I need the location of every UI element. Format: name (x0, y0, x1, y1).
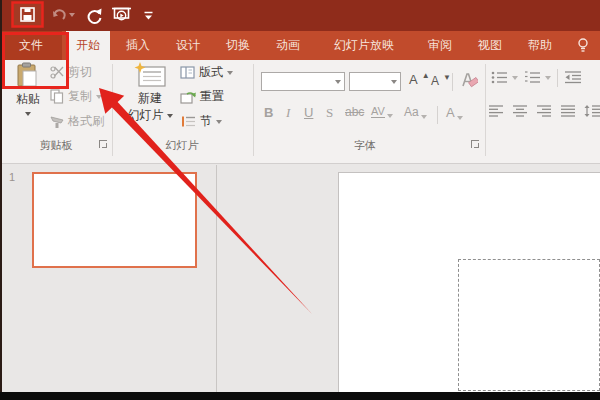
copy-label: 复制 (68, 88, 92, 105)
lightbulb-icon (577, 38, 589, 53)
customize-qat-icon (144, 11, 153, 21)
bold-button[interactable]: B (264, 105, 273, 120)
justify-icon (560, 104, 576, 118)
start-slideshow-icon (111, 7, 132, 25)
numbering-icon (524, 70, 541, 85)
tab-view[interactable]: 视图 (468, 31, 512, 60)
reset-button[interactable]: 重置 (180, 88, 224, 105)
underline-button[interactable]: U (304, 105, 313, 120)
tab-review[interactable]: 审阅 (418, 31, 462, 60)
grow-font-label: A (409, 72, 418, 87)
justify-button[interactable] (560, 104, 576, 118)
reset-icon (180, 90, 196, 104)
align-left-icon (488, 104, 504, 118)
tab-animations[interactable]: 动画 (266, 31, 310, 60)
bullets-caret-icon (512, 76, 518, 80)
customize-qat-button[interactable] (141, 8, 155, 24)
copy-dropdown-caret-icon (96, 95, 102, 99)
reset-label: 重置 (200, 88, 224, 105)
save-button[interactable] (12, 2, 43, 27)
align-center-icon (512, 104, 528, 118)
panel-divider[interactable] (216, 165, 217, 392)
new-slide-label-line2: 幻灯片 (128, 107, 164, 124)
layout-label: 版式 (199, 64, 223, 81)
font-size-caret-icon (391, 80, 397, 84)
shrink-font-button[interactable]: A▼ (431, 74, 451, 88)
font-size-combobox[interactable] (349, 72, 401, 91)
bullets-icon (491, 70, 508, 85)
shrink-font-label: A (431, 74, 439, 88)
save-icon (20, 7, 35, 22)
slides-group-label: 幻灯片 (144, 138, 220, 153)
start-slideshow-button[interactable] (108, 6, 134, 25)
line-spacing-icon (584, 104, 600, 118)
font-group-label: 字体 (327, 138, 403, 153)
grow-font-button[interactable]: A▲ (409, 72, 430, 87)
decrease-indent-button[interactable] (564, 70, 582, 85)
align-right-button[interactable] (536, 104, 552, 118)
paste-dropdown-caret-icon (25, 112, 31, 116)
paste-label: 粘贴 (16, 91, 40, 108)
paste-button[interactable]: 粘贴 (8, 62, 48, 116)
character-spacing-button[interactable]: AV (371, 105, 393, 118)
align-center-button[interactable] (512, 104, 528, 118)
strikethrough-button[interactable]: abc (345, 105, 364, 119)
change-case-caret-icon (421, 115, 427, 119)
cut-button[interactable]: 剪切 (50, 64, 92, 81)
window-left-edge (0, 0, 2, 392)
tab-transitions[interactable]: 切换 (216, 31, 260, 60)
layout-button[interactable]: 版式 (180, 64, 233, 81)
decrease-indent-icon (564, 70, 582, 85)
clipboard-group-label: 剪贴板 (18, 138, 94, 153)
change-case-button[interactable]: Aa (404, 105, 427, 119)
content-placeholder[interactable] (458, 259, 600, 391)
format-painter-label: 格式刷 (68, 113, 104, 130)
font-color-button[interactable]: A (446, 105, 463, 120)
format-painter-icon (50, 115, 64, 129)
new-slide-dropdown-caret-icon (167, 114, 173, 118)
numbering-button[interactable] (524, 70, 551, 85)
copy-button[interactable]: 复制 (50, 88, 102, 105)
slide-canvas[interactable] (338, 172, 600, 392)
tab-help[interactable]: 帮助 (518, 31, 562, 60)
shrink-font-arrow-icon: ▼ (443, 73, 451, 82)
tab-insert[interactable]: 插入 (116, 31, 160, 60)
ribbon-tab-bar: 文件 开始 插入 设计 切换 动画 幻灯片放映 审阅 视图 帮助 (0, 31, 600, 60)
undo-button[interactable] (51, 6, 75, 24)
copy-icon (50, 89, 64, 104)
new-slide-button[interactable]: 新建 幻灯片 (124, 62, 176, 124)
paste-icon (16, 62, 40, 88)
redo-button[interactable] (84, 6, 104, 24)
bullets-button[interactable] (491, 70, 518, 85)
clipboard-dialog-launcher-icon[interactable] (99, 140, 107, 148)
tab-design[interactable]: 设计 (166, 31, 210, 60)
font-name-caret-icon (335, 80, 341, 84)
section-label: 节 (200, 113, 212, 130)
workspace: 1 (0, 165, 600, 392)
clear-formatting-button[interactable] (458, 72, 478, 89)
tab-file[interactable]: 文件 (0, 31, 62, 60)
bottom-black-bar (0, 392, 600, 400)
powerpoint-window: 文件 开始 插入 设计 切换 动画 幻灯片放映 审阅 视图 帮助 (0, 0, 600, 400)
slide-thumbnail[interactable] (32, 172, 197, 268)
numbering-caret-icon (545, 76, 551, 80)
undo-icon (52, 8, 69, 22)
grow-font-arrow-icon: ▲ (422, 71, 430, 80)
tab-slideshow[interactable]: 幻灯片放映 (316, 31, 412, 60)
font-name-combobox[interactable] (261, 72, 345, 91)
align-left-button[interactable] (488, 104, 504, 118)
line-spacing-button[interactable] (584, 104, 600, 118)
format-painter-button[interactable]: 格式刷 (50, 113, 104, 130)
title-bar (0, 0, 600, 31)
cut-label: 剪切 (68, 64, 92, 81)
font-dialog-launcher-icon[interactable] (471, 140, 479, 148)
italic-button[interactable]: I (286, 105, 290, 121)
slide-thumbnail-number: 1 (9, 171, 15, 183)
text-shadow-button[interactable]: S (326, 105, 333, 121)
tab-home[interactable]: 开始 (66, 31, 110, 60)
section-button[interactable]: 节 (181, 113, 222, 130)
layout-icon (180, 66, 195, 79)
tell-me-button[interactable] (568, 31, 598, 60)
layout-dropdown-caret-icon (227, 71, 233, 75)
undo-dropdown-caret-icon (69, 13, 75, 17)
